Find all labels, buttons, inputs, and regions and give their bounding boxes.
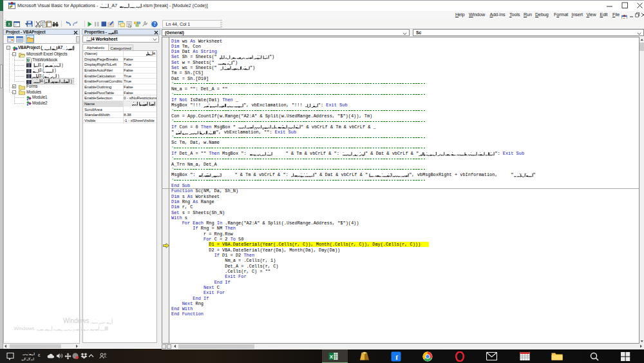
svg-text:f: f [395,353,398,361]
svg-text:X: X [28,59,30,62]
svg-text:X: X [330,353,334,359]
svg-text:X: X [8,21,11,26]
svg-text:?: ? [153,21,156,27]
